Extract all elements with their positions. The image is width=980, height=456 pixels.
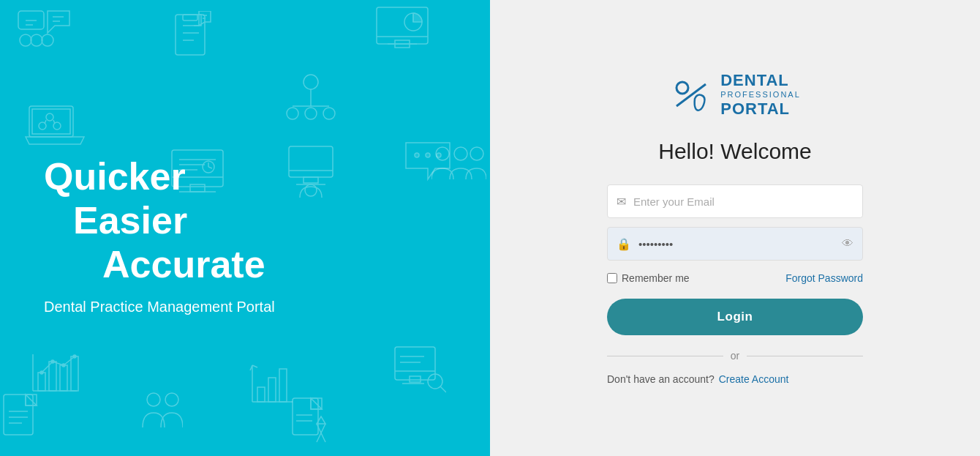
svg-point-31 [304, 75, 318, 89]
deco-icon-14 [0, 391, 44, 441]
svg-rect-85 [293, 398, 318, 435]
logo-dental: DENTAL [720, 71, 801, 90]
svg-line-69 [440, 386, 446, 392]
remember-me-text: Remember me [622, 272, 690, 284]
deco-icon-10 [391, 343, 446, 397]
right-panel: DENTAL PROFESSIONAL PORTAL Hello! Welcom… [490, 0, 980, 456]
svg-point-72 [470, 147, 483, 160]
deco-icon-6 [278, 73, 344, 135]
svg-point-35 [305, 108, 317, 119]
logo-text: DENTAL PROFESSIONAL PORTAL [720, 71, 801, 119]
svg-rect-8 [377, 7, 428, 44]
tagline-line3: Accurate [102, 243, 446, 287]
svg-rect-21 [29, 106, 73, 137]
svg-rect-42 [71, 356, 78, 391]
divider-row: or [607, 350, 863, 362]
create-account-link[interactable]: Create Account [719, 373, 789, 385]
eye-icon[interactable]: 👁 [842, 237, 853, 250]
svg-rect-18 [183, 15, 197, 20]
password-input-wrapper: 🔒 👁 [607, 227, 863, 261]
no-account-text: Don't have an account? [607, 373, 715, 385]
svg-rect-49 [257, 387, 265, 402]
welcome-heading: Hello! Welcome [658, 139, 812, 164]
svg-point-2 [31, 34, 42, 46]
svg-point-34 [287, 108, 298, 119]
tagline-line2: Easier [73, 199, 446, 243]
svg-point-44 [51, 360, 54, 363]
deco-icon-15 [289, 395, 329, 449]
svg-rect-22 [32, 109, 70, 134]
login-button[interactable]: Login [607, 299, 863, 335]
tagline-line1: Quicker [44, 155, 446, 199]
svg-rect-64 [410, 376, 421, 382]
svg-point-79 [165, 393, 178, 406]
svg-point-23 [46, 113, 53, 121]
svg-line-26 [45, 120, 46, 124]
email-input-wrapper: ✉ [607, 184, 863, 218]
deco-icon-3 [168, 11, 212, 65]
deco-icon-4 [22, 102, 88, 157]
divider-line-right [747, 356, 863, 356]
svg-rect-39 [38, 373, 45, 391]
svg-point-1 [20, 34, 31, 46]
password-input[interactable] [638, 238, 842, 250]
svg-point-45 [62, 364, 65, 367]
lock-icon: 🔒 [617, 237, 631, 251]
logo-icon [669, 73, 713, 117]
tagline: Quicker Easier Accurate [44, 155, 446, 286]
svg-rect-80 [4, 395, 33, 435]
deco-icon-13 [139, 391, 183, 441]
divider-text: or [731, 350, 739, 362]
svg-rect-51 [279, 369, 287, 402]
divider-line-left [607, 356, 723, 356]
subtitle: Dental Practice Management Portal [44, 299, 446, 315]
email-input[interactable] [633, 195, 853, 208]
left-panel: Quicker Easier Accurate Dental Practice … [0, 0, 490, 456]
login-form: ✉ 🔒 👁 Remember me Forgot Password Login … [607, 184, 863, 385]
deco-icon-2 [373, 4, 431, 58]
svg-point-78 [147, 393, 160, 406]
remember-me-label[interactable]: Remember me [607, 272, 690, 284]
svg-point-46 [73, 355, 76, 358]
svg-rect-41 [60, 365, 67, 391]
svg-rect-50 [268, 378, 276, 402]
svg-point-3 [42, 34, 53, 46]
remember-me-checkbox[interactable] [607, 273, 617, 283]
logo-container: DENTAL PROFESSIONAL PORTAL [669, 71, 801, 119]
forgot-password-link[interactable]: Forgot Password [785, 272, 863, 284]
svg-rect-62 [395, 347, 435, 380]
svg-rect-40 [49, 362, 56, 391]
email-icon: ✉ [617, 195, 626, 209]
svg-point-36 [323, 108, 335, 119]
options-row: Remember me Forgot Password [607, 272, 863, 284]
create-account-row: Don't have an account? Create Account [607, 373, 863, 385]
deco-icon-1 [15, 7, 73, 54]
logo-portal: PORTAL [720, 100, 801, 119]
svg-point-71 [454, 147, 467, 160]
logo-professional: PROFESSIONAL [720, 90, 801, 100]
svg-point-43 [40, 371, 43, 374]
svg-line-27 [53, 120, 55, 124]
